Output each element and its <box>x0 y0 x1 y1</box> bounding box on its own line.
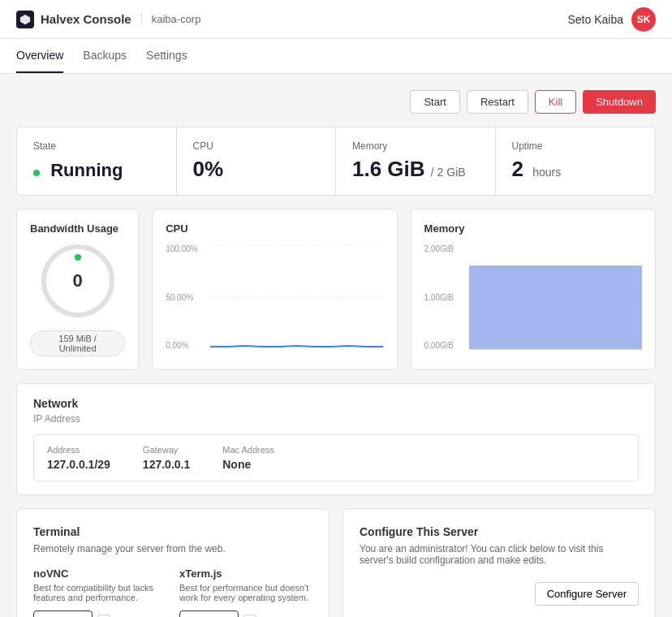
memory-chart: 2.00GiB 1.00GiB 0.00GiB <box>424 244 642 350</box>
nav-item-overview[interactable]: Overview <box>16 39 63 73</box>
mem-y-200: 2.00GiB <box>424 244 467 253</box>
network-gateway-col: Gateway 127.0.0.1 <box>143 445 190 471</box>
logo-icon <box>16 11 34 28</box>
novnc-desc: Best for compatibility but lacks feature… <box>33 583 166 602</box>
mac-label: Mac Address <box>222 445 274 455</box>
cpu-value: 0% <box>193 157 320 182</box>
memory-sub: / 2 GiB <box>431 166 466 179</box>
memory-card: Memory 1.6 GiB / 2 GiB <box>336 127 496 195</box>
cpu-y-0: 0.00% <box>166 341 206 350</box>
terminal-title: Terminal <box>33 525 312 538</box>
bandwidth-dot <box>75 254 81 261</box>
address-value: 127.0.0.1/29 <box>47 458 110 471</box>
bandwidth-circle: 0 <box>41 244 114 317</box>
kill-button[interactable]: Kill <box>535 90 576 114</box>
cpu-card: CPU 0% <box>177 127 337 195</box>
mac-value: None <box>222 458 274 471</box>
nav-item-settings[interactable]: Settings <box>146 39 187 73</box>
xterm-launch-button[interactable]: Launch <box>179 611 239 617</box>
mem-chart-area <box>469 244 642 350</box>
uptime-value: 2 hours <box>512 157 640 182</box>
cpu-y-100: 100.00% <box>166 244 206 253</box>
state-label: State <box>33 140 160 152</box>
restart-button[interactable]: Restart <box>467 90 528 114</box>
bandwidth-label: 159 MiB / Unlimited <box>30 330 125 356</box>
novnc-title: noVNC <box>33 567 166 580</box>
nav: Overview Backups Settings <box>0 39 672 74</box>
bandwidth-card: Bandwidth Usage 0 159 MiB / Unlimited <box>16 209 139 370</box>
network-mac-col: Mac Address None <box>222 445 274 471</box>
shutdown-button[interactable]: Shutdown <box>583 90 656 114</box>
running-text: Running <box>50 160 123 180</box>
org-label: kaiba-corp <box>141 13 201 25</box>
network-cols: Address 127.0.0.1/29 Gateway 127.0.0.1 M… <box>47 445 625 471</box>
bandwidth-title: Bandwidth Usage <box>30 222 125 235</box>
logo: Halvex Console <box>16 11 131 28</box>
novnc-launch-row: Launch ↗ <box>33 611 166 617</box>
cpu-grid-mid <box>210 297 383 298</box>
avatar[interactable]: SK <box>631 7 656 32</box>
state-value: Running <box>33 157 160 182</box>
start-button[interactable]: Start <box>410 90 459 114</box>
bottom-row: Terminal Remotely manage your server fro… <box>16 508 656 617</box>
configure-server-button[interactable]: Configure Server <box>535 582 639 606</box>
xterm-desc: Best for performance but doesn't work fo… <box>179 583 312 602</box>
running-dot <box>33 170 40 176</box>
memory-chart-card: Memory 2.00GiB 1.00GiB 0.00GiB <box>411 209 656 370</box>
novnc-launch-button[interactable]: Launch <box>33 611 93 617</box>
xterm-title: xTerm.js <box>179 567 312 580</box>
bandwidth-value: 0 <box>72 270 82 291</box>
configure-title: Configure This Server <box>360 525 639 538</box>
cpu-y-labels: 100.00% 50.00% 0.00% <box>166 244 206 350</box>
cpu-chart-card: CPU 100.00% 50.00% 0.00% <box>152 209 397 370</box>
configure-btn-wrap: Configure Server <box>360 582 639 606</box>
terminal-card: Terminal Remotely manage your server fro… <box>16 508 330 617</box>
memory-chart-title: Memory <box>424 222 642 235</box>
network-inner: Address 127.0.0.1/29 Gateway 127.0.0.1 M… <box>33 434 639 481</box>
cpu-label: CPU <box>193 140 320 152</box>
xterm-option: xTerm.js Best for performance but doesn'… <box>179 567 312 617</box>
uptime-unit: hours <box>532 166 561 179</box>
network-address-col: Address 127.0.0.1/29 <box>47 445 110 471</box>
cpu-chart-title: CPU <box>166 222 383 235</box>
cpu-grid-top <box>210 244 383 245</box>
header: Halvex Console kaiba-corp Seto Kaiba SK <box>0 0 672 39</box>
xterm-launch-row: Launch ↗ <box>179 611 312 617</box>
charts-row: Bandwidth Usage 0 159 MiB / Unlimited CP… <box>16 209 656 370</box>
memory-main: 1.6 GiB <box>352 157 425 181</box>
nav-item-backups[interactable]: Backups <box>83 39 127 73</box>
terminal-options: noVNC Best for compatibility but lacks f… <box>33 567 312 617</box>
toolbar: Start Restart Kill Shutdown <box>16 90 656 114</box>
svg-marker-0 <box>20 14 30 24</box>
stats-row: State Running CPU 0% Memory 1.6 GiB / 2 … <box>16 127 656 196</box>
main-content: Start Restart Kill Shutdown State Runnin… <box>0 74 672 617</box>
state-card: State Running <box>17 127 177 195</box>
configure-card: Configure This Server You are an adminis… <box>342 508 656 617</box>
user-section: Seto Kaiba SK <box>568 7 657 32</box>
memory-label: Memory <box>352 140 479 152</box>
network-card: Network IP Address Address 127.0.0.1/29 … <box>16 383 656 495</box>
address-label: Address <box>47 445 110 455</box>
mem-y-100: 1.00GiB <box>424 293 467 302</box>
cpu-y-50: 50.00% <box>166 293 206 302</box>
uptime-label: Uptime <box>512 140 640 152</box>
uptime-number: 2 <box>512 157 523 181</box>
terminal-desc: Remotely manage your server from the web… <box>33 543 312 554</box>
novnc-option: noVNC Best for compatibility but lacks f… <box>33 567 166 617</box>
uptime-card: Uptime 2 hours <box>496 127 656 195</box>
cpu-chart-area <box>210 244 383 350</box>
memory-bar <box>469 265 642 349</box>
gateway-label: Gateway <box>143 445 190 455</box>
logo-text: Halvex Console <box>41 12 131 26</box>
memory-value: 1.6 GiB / 2 GiB <box>352 157 479 182</box>
mem-y-labels: 2.00GiB 1.00GiB 0.00GiB <box>424 244 467 350</box>
cpu-chart: 100.00% 50.00% 0.00% <box>166 244 383 350</box>
gateway-value: 127.0.0.1 <box>143 458 190 471</box>
network-title: Network <box>33 397 639 410</box>
network-subtitle: IP Address <box>33 413 639 425</box>
username: Seto Kaiba <box>568 13 624 26</box>
configure-desc: You are an administrator! You can click … <box>360 543 639 566</box>
mem-y-0: 0.00GiB <box>424 341 467 350</box>
